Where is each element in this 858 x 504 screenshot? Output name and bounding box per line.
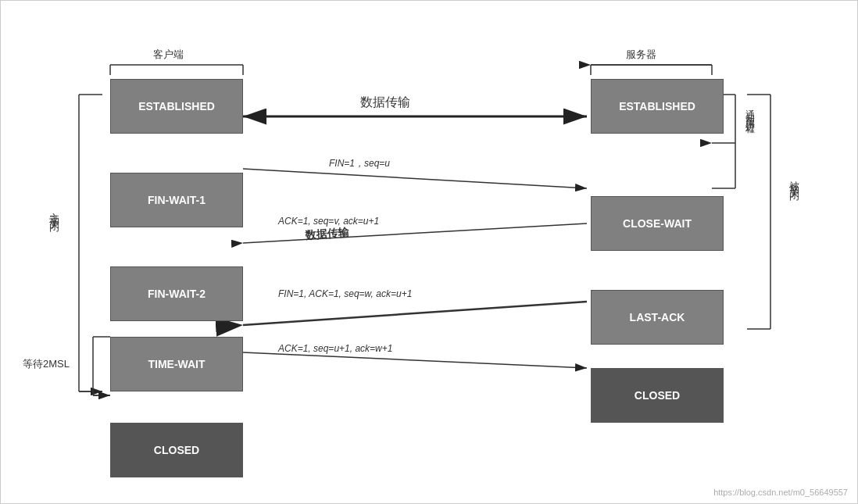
client-closed: CLOSED [110,423,243,477]
svg-line-7 [243,352,587,368]
server-close-wait: CLOSE-WAIT [591,196,724,251]
msg1-label: FIN=1，seq=u [329,157,390,170]
svg-line-4 [243,169,587,188]
client-established: ESTABLISHED [110,79,243,134]
server-label: 服务器 [626,48,656,62]
server-last-ack: LAST-ACK [591,290,724,345]
passive-close-label: 被动关闭 [786,173,803,185]
msg4-label: ACK=1, seq=u+1, ack=w+1 [278,343,392,354]
msg2-label: ACK=1, seq=v, ack=u+1 [278,216,379,227]
client-time-wait: TIME-WAIT [110,337,243,391]
msg3-label: FIN=1, ACK=1, seq=w, ack=u+1 [278,288,412,299]
watermark: https://blog.csdn.net/m0_56649557 [713,488,848,497]
wait2msl-label: 等待2MSL [23,357,70,371]
notify-label: 通知应用进程 [743,102,756,121]
client-fin-wait-2: FIN-WAIT-2 [110,266,243,321]
client-fin-wait-1: FIN-WAIT-1 [110,173,243,227]
data-transfer-label: 数据传输 [360,95,410,111]
active-close-label: 主动关闭 [46,204,63,216]
client-label: 客户端 [153,48,184,62]
server-closed: CLOSED [591,368,724,423]
svg-line-6 [243,302,587,325]
diagram-container: 客户端 服务器 数据传输 数据传输 FIN=1，seq=u ACK=1, seq… [0,0,858,504]
server-established: ESTABLISHED [591,79,724,134]
